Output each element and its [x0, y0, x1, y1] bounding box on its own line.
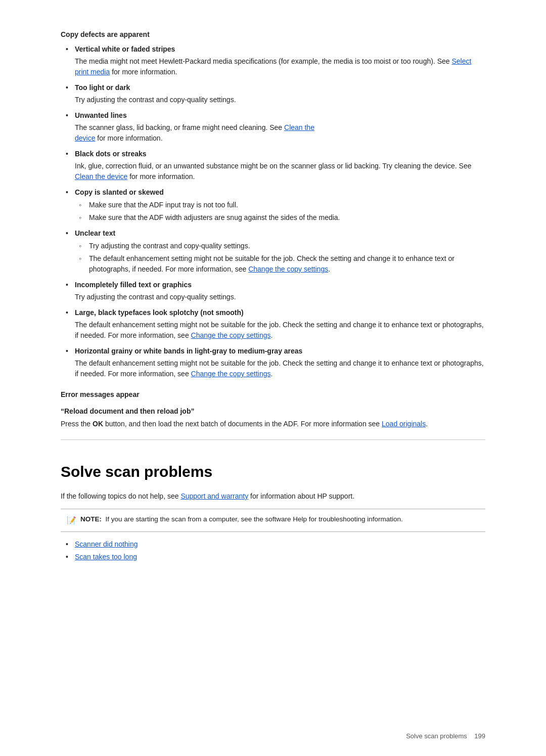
solve-scan-intro: If the following topics do not help, see… [61, 491, 485, 502]
select-print-media-link[interactable]: Select print media [75, 57, 471, 76]
list-item: Scanner did nothing [61, 539, 485, 550]
item-title: Horizontal grainy or white bands in ligh… [75, 347, 302, 355]
sub-list-item: Make sure that the ADF input tray is not… [75, 200, 485, 210]
clean-device-link-2[interactable]: Clean the device [75, 172, 127, 181]
footer-page: 199 [474, 732, 485, 740]
list-item: Unwanted lines The scanner glass, lid ba… [61, 110, 485, 144]
list-item: Incompletely filled text or graphics Try… [61, 280, 485, 302]
item-title: Copy is slanted or skewed [75, 188, 164, 196]
item-title: Incompletely filled text or graphics [75, 281, 192, 289]
list-item: Too light or dark Try adjusting the cont… [61, 82, 485, 105]
section-divider [61, 439, 485, 440]
ok-bold: OK [93, 420, 103, 428]
solve-scan-section: Solve scan problems If the following top… [61, 439, 485, 562]
list-item: Horizontal grainy or white bands in ligh… [61, 346, 485, 379]
scan-takes-too-long-link[interactable]: Scan takes too long [75, 553, 137, 561]
error-messages-heading: Error messages appear [61, 389, 485, 400]
solve-scan-heading: Solve scan problems [61, 460, 485, 483]
scanner-did-nothing-link[interactable]: Scanner did nothing [75, 540, 138, 548]
list-item: Unclear text Try adjusting the contrast … [61, 228, 485, 275]
item-body: The media might not meet Hewlett-Packard… [75, 56, 485, 77]
copy-defects-list: Vertical white or faded stripes The medi… [61, 44, 485, 379]
note-body: If you are starting the scan from a comp… [106, 515, 403, 523]
item-title: Unclear text [75, 229, 115, 237]
error-messages-section: Error messages appear “Reload document a… [61, 389, 485, 429]
scan-links-list: Scanner did nothing Scan takes too long [61, 539, 485, 562]
footer-text: Solve scan problems [406, 732, 467, 740]
note-text: NOTE: If you are starting the scan from … [80, 514, 403, 524]
item-body: The default enhancement setting might no… [75, 320, 485, 341]
note-icon: 📝 [67, 515, 76, 526]
list-item: Large, black typefaces look splotchy (no… [61, 307, 485, 341]
item-title: Too light or dark [75, 83, 130, 92]
change-copy-settings-link-1[interactable]: Change the copy settings [248, 265, 328, 273]
change-copy-settings-link-3[interactable]: Change the copy settings [191, 370, 271, 378]
item-title: Vertical white or faded stripes [75, 45, 175, 53]
support-warranty-link[interactable]: Support and warranty [180, 492, 248, 500]
item-title: Black dots or streaks [75, 150, 147, 158]
error-sub-heading: “Reload document and then reload job” [61, 406, 485, 417]
note-label: NOTE: [80, 515, 102, 523]
error-body: Press the OK button, and then load the n… [61, 419, 485, 429]
list-item: Copy is slanted or skewed Make sure that… [61, 187, 485, 223]
change-copy-settings-link-2[interactable]: Change the copy settings [191, 331, 271, 339]
sub-list: Make sure that the ADF input tray is not… [75, 200, 485, 223]
list-item: Scan takes too long [61, 552, 485, 562]
sub-list-item: Make sure that the ADF width adjusters a… [75, 212, 485, 223]
list-item: Black dots or streaks Ink, glue, correct… [61, 149, 485, 182]
load-originals-link[interactable]: Load originals [382, 420, 426, 428]
clean-device-link-1[interactable]: Clean thedevice [75, 123, 314, 142]
sub-list: Try adjusting the contrast and copy-qual… [75, 241, 485, 275]
note-box: 📝 NOTE: If you are starting the scan fro… [61, 509, 485, 532]
item-title: Unwanted lines [75, 111, 127, 119]
item-body: Try adjusting the contrast and copy-qual… [75, 292, 485, 302]
item-title: Large, black typefaces look splotchy (no… [75, 308, 244, 317]
copy-defects-section: Copy defects are apparent Vertical white… [61, 29, 485, 379]
item-body: Try adjusting the contrast and copy-qual… [75, 95, 485, 105]
copy-defects-heading: Copy defects are apparent [61, 29, 485, 40]
item-body: The scanner glass, lid backing, or frame… [75, 122, 485, 144]
item-body: The default enhancement setting might no… [75, 358, 485, 379]
page-footer: Solve scan problems 199 [406, 731, 485, 741]
sub-list-item: Try adjusting the contrast and copy-qual… [75, 241, 485, 251]
sub-list-item: The default enhancement setting might no… [75, 253, 485, 275]
item-body: Ink, glue, correction fluid, or an unwan… [75, 161, 485, 182]
list-item: Vertical white or faded stripes The medi… [61, 44, 485, 77]
